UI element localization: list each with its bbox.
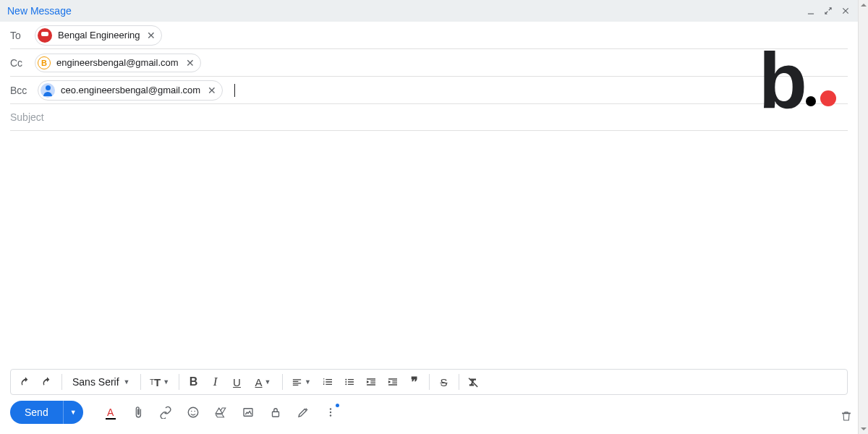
message-body[interactable] xyxy=(0,131,858,369)
close-icon[interactable] xyxy=(841,6,851,16)
send-button[interactable]: Send xyxy=(10,401,63,424)
svg-point-5 xyxy=(194,411,195,412)
chip-text: ceo.engineersbengal@gmail.com xyxy=(61,85,200,95)
scrollbar[interactable] xyxy=(858,0,868,434)
send-options-button[interactable]: ▼ xyxy=(63,401,83,424)
remove-chip-icon[interactable]: ✕ xyxy=(186,57,195,69)
svg-point-3 xyxy=(188,407,198,417)
underline-button[interactable]: U xyxy=(227,372,247,392)
indent-less-button[interactable] xyxy=(361,372,381,392)
subject-input[interactable] xyxy=(10,111,848,123)
contact-avatar-icon xyxy=(38,28,52,43)
scroll-down-icon[interactable] xyxy=(859,424,868,434)
exit-fullscreen-icon[interactable] xyxy=(823,6,833,16)
svg-point-1 xyxy=(345,381,346,383)
insert-photo-button[interactable] xyxy=(237,401,260,424)
remove-formatting-button[interactable] xyxy=(464,372,484,392)
svg-point-2 xyxy=(345,383,346,385)
contact-avatar-icon: B xyxy=(38,56,51,69)
font-size-button[interactable]: TT▼ xyxy=(145,372,174,392)
strikethrough-button[interactable]: S xyxy=(434,372,454,392)
cc-label: Cc xyxy=(10,57,27,69)
scroll-up-icon[interactable] xyxy=(859,0,868,10)
insert-link-button[interactable] xyxy=(154,401,177,424)
text-color-button[interactable]: A▼ xyxy=(249,372,278,392)
to-label: To xyxy=(10,30,27,41)
bulleted-list-button[interactable] xyxy=(339,372,359,392)
cc-chip[interactable]: B engineersbengal@gmail.com ✕ xyxy=(35,54,201,72)
indent-more-button[interactable] xyxy=(383,372,403,392)
cc-row[interactable]: Cc B engineersbengal@gmail.com ✕ xyxy=(10,49,848,77)
formatting-options-button[interactable]: A xyxy=(99,401,122,424)
minimize-icon[interactable] xyxy=(806,6,816,16)
discard-draft-button[interactable] xyxy=(841,409,852,422)
redo-button[interactable] xyxy=(37,372,57,392)
attach-file-button[interactable] xyxy=(127,401,150,424)
contact-avatar-icon xyxy=(41,83,55,98)
insert-emoji-button[interactable] xyxy=(182,401,205,424)
quote-button[interactable]: ❞ xyxy=(404,372,425,392)
insert-signature-button[interactable] xyxy=(292,401,315,424)
compose-title: New Message xyxy=(7,5,72,17)
svg-point-10 xyxy=(330,414,331,416)
remove-chip-icon[interactable]: ✕ xyxy=(208,85,216,96)
bold-button[interactable]: B xyxy=(184,372,204,392)
bcc-row[interactable]: Bcc ceo.engineersbengal@gmail.com ✕ xyxy=(10,77,848,104)
to-row[interactable]: To Bengal Engineering ✕ xyxy=(10,22,848,49)
chevron-down-icon: ▼ xyxy=(124,378,130,386)
svg-point-4 xyxy=(191,411,192,412)
bcc-label: Bcc xyxy=(10,85,30,96)
format-toolbar: Sans Serif ▼ TT▼ B I U A▼ ▼ ❞ S xyxy=(10,369,848,395)
send-group: Send ▼ xyxy=(10,401,83,424)
italic-button[interactable]: I xyxy=(205,372,226,392)
svg-rect-6 xyxy=(244,409,252,417)
numbered-list-button[interactable] xyxy=(318,372,338,392)
notification-dot-icon xyxy=(336,404,339,407)
remove-chip-icon[interactable]: ✕ xyxy=(147,30,156,41)
font-picker[interactable]: Sans Serif ▼ xyxy=(67,376,136,388)
more-options-button[interactable] xyxy=(319,401,342,424)
align-button[interactable]: ▼ xyxy=(287,372,316,392)
subject-row[interactable] xyxy=(10,104,848,131)
text-cursor xyxy=(234,84,235,97)
insert-drive-button[interactable] xyxy=(209,401,232,424)
to-chip[interactable]: Bengal Engineering ✕ xyxy=(35,25,162,46)
svg-rect-7 xyxy=(272,412,278,417)
svg-point-0 xyxy=(345,379,346,380)
svg-point-8 xyxy=(330,408,331,409)
chip-text: engineersbengal@gmail.com xyxy=(56,57,179,68)
bcc-chip[interactable]: ceo.engineersbengal@gmail.com ✕ xyxy=(38,80,223,101)
undo-button[interactable] xyxy=(15,372,35,392)
bottom-bar: Send ▼ A xyxy=(0,401,858,434)
confidential-mode-button[interactable] xyxy=(264,401,287,424)
chip-text: Bengal Engineering xyxy=(58,30,140,41)
svg-point-9 xyxy=(330,412,331,413)
compose-header: New Message xyxy=(0,0,858,22)
font-name: Sans Serif xyxy=(72,376,119,388)
